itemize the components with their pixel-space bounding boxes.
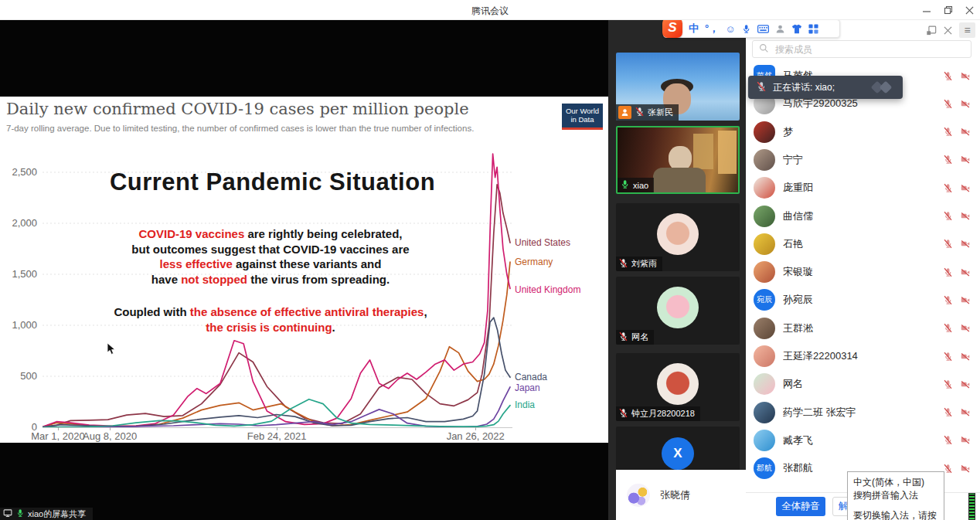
overlay-paragraph-2: Coupled with the absence of effective an… <box>70 304 471 335</box>
participant-name: 张新民 <box>648 107 673 118</box>
ime-popup-line: 中文(简体，中国) <box>853 476 938 489</box>
member-row[interactable]: 药学二班 张宏宇 <box>746 399 980 427</box>
member-panel: ≡ 茵然马茵然马欣宇29200325梦宁宁庞重阳曲信儒石艳宋银璇宛辰孙宛辰王群淞… <box>746 20 980 520</box>
mic-muted-icon[interactable] <box>943 127 953 137</box>
overlay-paragraph-1: COVID-19 vaccines are rightly being cele… <box>70 226 471 287</box>
member-row[interactable]: 梦 <box>746 118 980 146</box>
popout-panel-icon[interactable] <box>926 25 937 36</box>
member-name: 孙宛辰 <box>783 293 935 307</box>
camera-off-icon[interactable] <box>960 127 971 137</box>
search-icon <box>759 42 769 56</box>
mic-muted-icon[interactable] <box>943 183 953 193</box>
camera-off-icon[interactable] <box>960 71 971 81</box>
video-tile[interactable]: 钟立月28200218 <box>616 353 740 421</box>
audio-level-meter <box>968 493 975 520</box>
voice-input-icon[interactable] <box>741 24 751 34</box>
mic-muted-icon[interactable] <box>943 211 953 221</box>
emoji-icon[interactable]: ☺ <box>725 23 735 35</box>
x-tick-label: Feb 24, 2021 <box>247 430 307 442</box>
overlay-text: have <box>151 273 181 286</box>
member-row[interactable]: 王群淞 <box>746 314 980 342</box>
video-name-chip: 钟立月28200218 <box>616 406 700 421</box>
member-row[interactable]: 石艳 <box>746 230 980 258</box>
member-row[interactable]: 宛辰孙宛辰 <box>746 286 980 314</box>
y-tick-label: 1,000 <box>0 319 37 331</box>
member-row[interactable]: 宋银璇 <box>746 258 980 286</box>
member-row[interactable]: 曲信儒 <box>746 202 980 230</box>
overlay-text: against these variants and <box>233 257 382 270</box>
mic-muted-icon[interactable] <box>943 155 953 165</box>
camera-off-icon[interactable] <box>960 155 971 165</box>
close-button[interactable] <box>965 6 974 15</box>
mic-muted-icon[interactable] <box>943 407 953 417</box>
mic-muted-icon[interactable] <box>943 267 953 277</box>
member-av-controls <box>943 379 971 389</box>
mic-muted-icon[interactable] <box>943 352 953 362</box>
restore-button[interactable] <box>944 5 953 15</box>
mute-all-button[interactable]: 全体静音 <box>776 497 825 516</box>
titlebar: 腾讯会议 <box>0 0 980 20</box>
search-box[interactable] <box>752 40 971 58</box>
mic-muted-icon[interactable] <box>943 323 953 333</box>
camera-off-icon[interactable] <box>960 464 971 474</box>
mic-muted-icon[interactable] <box>943 99 953 109</box>
video-tile[interactable]: 网名 <box>616 277 740 345</box>
member-av-controls <box>943 239 971 249</box>
camera-off-icon[interactable] <box>960 267 971 277</box>
member-row[interactable]: 庞重阳 <box>746 174 980 202</box>
video-name-chip: 张新民 <box>616 104 679 121</box>
account-icon[interactable] <box>775 24 785 34</box>
soft-keyboard-icon[interactable] <box>757 24 769 34</box>
punctuation-icon[interactable]: °， <box>705 22 719 36</box>
video-tile[interactable]: xiao <box>616 126 740 194</box>
member-row[interactable]: 王延泽22200314 <box>746 342 980 370</box>
search-input[interactable] <box>774 43 965 56</box>
member-name: 庞重阳 <box>783 181 935 195</box>
panel-menu-icon[interactable]: ≡ <box>959 22 975 38</box>
speaking-tooltip: 正在讲话: xiao; <box>748 76 903 99</box>
y-tick-label: 1,500 <box>0 268 37 280</box>
avatar <box>754 373 775 395</box>
avatar <box>754 233 775 255</box>
overlay-text-red: not stopped <box>181 273 247 286</box>
camera-off-icon[interactable] <box>960 295 971 305</box>
toolbox-icon[interactable] <box>808 24 818 34</box>
series-label: Canada <box>515 372 547 382</box>
sogou-logo[interactable]: S <box>662 18 682 38</box>
avatar <box>754 345 775 367</box>
mic-muted-icon[interactable] <box>943 71 953 81</box>
camera-off-icon[interactable] <box>960 239 971 249</box>
window-title: 腾讯会议 <box>0 5 980 18</box>
share-indicator-label: xiao的屏幕共享 <box>28 508 86 520</box>
participant-name: 网名 <box>631 331 648 343</box>
member-av-controls <box>943 211 971 221</box>
ime-popup-line <box>853 502 938 509</box>
chinese-mode-icon[interactable]: 中 <box>689 22 699 36</box>
camera-off-icon[interactable] <box>960 99 971 109</box>
video-tile[interactable]: 张新民 <box>616 53 740 121</box>
minimize-button[interactable] <box>922 5 931 15</box>
mic-muted-icon[interactable] <box>943 435 953 445</box>
camera-off-icon[interactable] <box>960 183 971 193</box>
skin-icon[interactable] <box>791 24 802 34</box>
ime-language-popup: 中文(简体，中国)搜狗拼音输入法要切换输入法，请按Windows 键+空格键 <box>847 471 944 520</box>
mic-muted-icon[interactable] <box>943 295 953 305</box>
camera-off-icon[interactable] <box>960 379 971 389</box>
camera-off-icon[interactable] <box>960 407 971 417</box>
member-row[interactable]: 网名 <box>746 370 980 398</box>
mic-muted-icon[interactable] <box>943 379 953 389</box>
camera-off-icon[interactable] <box>960 352 971 362</box>
toast-participant-name: 张晓倩 <box>660 488 690 502</box>
host-badge-icon <box>618 106 631 119</box>
close-panel-icon[interactable] <box>944 26 952 35</box>
camera-off-icon[interactable] <box>960 435 971 445</box>
member-row[interactable]: 臧孝飞 <box>746 427 980 454</box>
avatar <box>754 261 775 283</box>
member-row[interactable]: 宁宁 <box>746 146 980 174</box>
camera-off-icon[interactable] <box>960 323 971 333</box>
avatar: 宛辰 <box>754 289 775 311</box>
camera-off-icon[interactable] <box>960 211 971 221</box>
mic-muted-icon[interactable] <box>943 239 953 249</box>
owid-badge-line2: in Data <box>562 115 603 124</box>
video-tile[interactable]: 刘紫雨 <box>616 203 740 271</box>
